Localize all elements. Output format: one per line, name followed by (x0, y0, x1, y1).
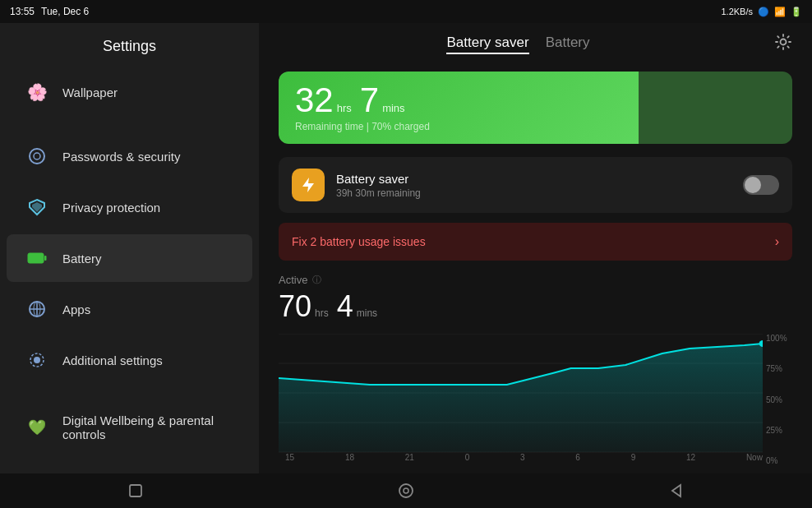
svg-marker-23 (672, 485, 681, 496)
nav-square-button[interactable] (122, 478, 149, 504)
battery-saver-subtitle: 39h 30m remaining (336, 187, 731, 199)
status-date: Tue, Dec 6 (41, 6, 89, 17)
svg-rect-5 (44, 256, 47, 261)
tab-bar: Battery saver Battery (279, 35, 758, 54)
active-label: Active ⓘ (279, 274, 792, 286)
wallpaper-icon: 🌸 (26, 81, 48, 103)
battery-saver-info: Battery saver 39h 30m remaining (336, 172, 731, 199)
sidebar-item-battery[interactable]: Battery (7, 234, 252, 282)
x-label-0: 0 (465, 453, 470, 462)
fix-issues-banner[interactable]: Fix 2 battery usage issues › (279, 223, 792, 261)
svg-rect-20 (130, 485, 141, 496)
additional-icon (26, 349, 48, 371)
battery-mins-label: mins (382, 102, 404, 114)
digital-wellbeing-icon: 💚 (26, 417, 48, 438)
svg-point-21 (399, 484, 413, 497)
battery-level-bar: 32 hrs 7 mins Remaining time | 70% charg… (279, 72, 792, 144)
info-icon: ⓘ (312, 274, 321, 286)
privacy-icon (26, 196, 48, 218)
status-bar-left: 13:55 Tue, Dec 6 (10, 6, 89, 17)
battery-saver-card[interactable]: Battery saver 39h 30m remaining (279, 157, 792, 213)
x-label-18: 18 (345, 453, 354, 462)
active-hours: 70 (279, 289, 311, 324)
y-label-100: 100% (766, 334, 789, 343)
y-label-0: 0% (766, 456, 789, 465)
battery-chart: 100% 75% 50% 25% 0% 15 18 21 0 3 6 9 12 … (279, 334, 792, 465)
network-speed: 1.2KB/s (721, 7, 753, 16)
passwords-icon (26, 145, 48, 167)
sidebar-label-wallpaper: Wallpaper (62, 85, 118, 99)
main-layout: Settings 🌸 Wallpaper Passwords & securit… (0, 23, 812, 473)
x-label-21: 21 (405, 453, 414, 462)
wifi-icon: 📶 (774, 7, 786, 17)
fix-banner-arrow-icon: › (775, 234, 779, 249)
active-time: 70 hrs 4 mins (279, 289, 792, 324)
sidebar-label-apps: Apps (62, 302, 90, 316)
battery-saver-icon (292, 169, 325, 201)
x-label-9: 9 (631, 453, 636, 462)
svg-point-10 (34, 357, 40, 363)
y-label-50: 50% (766, 395, 789, 404)
battery-saver-toggle[interactable] (743, 175, 779, 195)
fix-banner-text: Fix 2 battery usage issues (292, 235, 426, 248)
status-time: 13:55 (10, 6, 35, 17)
x-label-now: Now (746, 453, 763, 462)
content-area: Battery saver Battery 32 hrs 7 mins (259, 23, 812, 473)
x-label-6: 6 (575, 453, 580, 462)
bluetooth-icon: 🔵 (758, 7, 769, 17)
sidebar-title: Settings (0, 23, 259, 67)
sidebar-item-privacy[interactable]: Privacy protection (7, 183, 252, 231)
svg-point-22 (404, 488, 408, 493)
svg-marker-18 (279, 344, 763, 452)
sidebar-item-wallpaper[interactable]: 🌸 Wallpaper (7, 68, 252, 116)
apps-icon (26, 298, 48, 320)
bottom-navigation (0, 473, 812, 508)
tab-battery[interactable]: Battery (546, 35, 590, 54)
status-bar: 13:55 Tue, Dec 6 1.2KB/s 🔵 📶 🔋 (0, 0, 812, 23)
battery-time-display: 32 hrs 7 mins (295, 83, 622, 118)
chart-x-axis: 15 18 21 0 3 6 9 12 Now (279, 453, 763, 462)
sidebar-label-privacy: Privacy protection (62, 201, 160, 215)
x-label-3: 3 (520, 453, 525, 462)
status-bar-right: 1.2KB/s 🔵 📶 🔋 (721, 7, 802, 17)
sidebar-label-additional: Additional settings (62, 353, 163, 367)
active-mins: 4 (337, 289, 353, 324)
svg-point-0 (30, 149, 44, 164)
sidebar-item-apps[interactable]: Apps (7, 285, 252, 333)
battery-hrs-label: hrs (337, 102, 352, 114)
content-header: Battery saver Battery (259, 23, 812, 65)
active-mins-label: mins (357, 307, 377, 319)
svg-point-12 (781, 39, 787, 45)
nav-back-button[interactable] (663, 478, 690, 504)
content-body: 32 hrs 7 mins Remaining time | 70% charg… (259, 65, 812, 473)
sidebar-item-special-features[interactable]: 🌐 Special features (7, 458, 252, 473)
chart-y-axis: 100% 75% 50% 25% 0% (763, 334, 792, 465)
battery-mins: 7 (360, 83, 379, 118)
battery-remaining-text: Remaining time | 70% charged (295, 121, 622, 132)
battery-bar-filled: 32 hrs 7 mins Remaining time | 70% charg… (279, 72, 639, 144)
x-label-12: 12 (686, 453, 695, 462)
nav-home-button[interactable] (393, 478, 419, 504)
sidebar: Settings 🌸 Wallpaper Passwords & securit… (0, 23, 259, 473)
sidebar-item-additional[interactable]: Additional settings (7, 336, 252, 384)
active-hrs-label: hrs (315, 307, 329, 319)
y-label-75: 75% (766, 364, 789, 373)
sidebar-label-digital-wellbeing: Digital Wellbeing & parental controls (62, 413, 233, 441)
active-section: Active ⓘ 70 hrs 4 mins (279, 274, 792, 324)
sidebar-label-passwords: Passwords & security (62, 150, 180, 164)
chart-svg (279, 334, 763, 453)
sidebar-label-battery: Battery (62, 252, 102, 266)
sidebar-item-digital-wellbeing[interactable]: 💚 Digital Wellbeing & parental controls (7, 400, 252, 455)
x-label-15: 15 (285, 453, 294, 462)
svg-rect-4 (28, 253, 44, 263)
gear-icon[interactable] (774, 33, 792, 55)
battery-status-icon: 🔋 (791, 7, 802, 17)
y-label-25: 25% (766, 426, 789, 435)
battery-hours: 32 (295, 83, 334, 118)
toggle-knob (745, 177, 761, 193)
battery-icon (26, 247, 48, 269)
sidebar-item-passwords[interactable]: Passwords & security (7, 132, 252, 180)
svg-point-1 (34, 153, 40, 159)
battery-saver-title: Battery saver (336, 172, 731, 186)
tab-battery-saver[interactable]: Battery saver (446, 35, 528, 54)
